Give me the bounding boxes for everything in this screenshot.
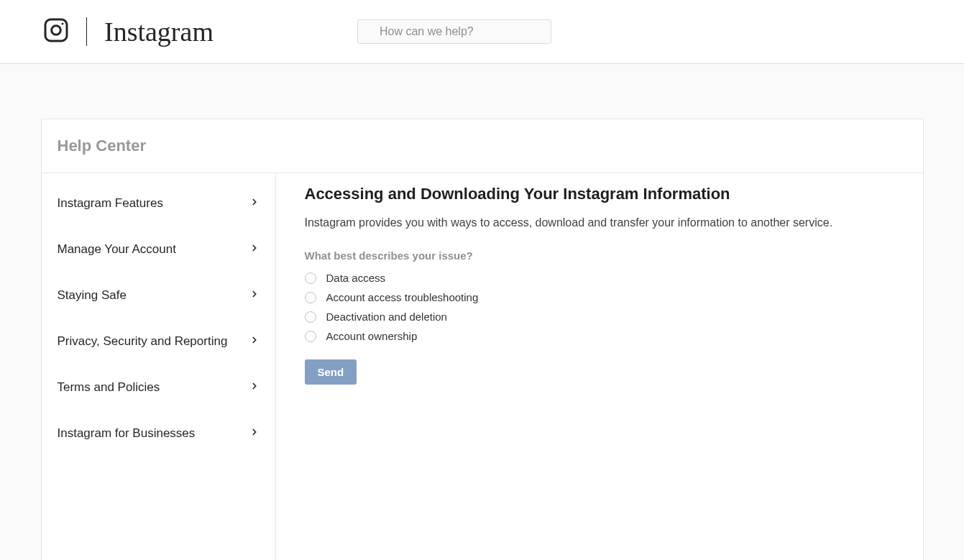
radio-icon [305,292,316,303]
logo-divider [86,17,87,46]
option-data-access[interactable]: Data access [305,272,894,284]
svg-point-2 [62,23,64,25]
issue-question: What best describes your issue? [305,249,894,262]
radio-icon [305,272,316,284]
sidebar-item-manage-account[interactable]: Manage Your Account [42,226,275,272]
sidebar-item-privacy-security[interactable]: Privacy, Security and Reporting [42,318,275,364]
sidebar-item-terms-policies[interactable]: Terms and Policies [42,364,275,410]
radio-icon [305,331,316,342]
chevron-right-icon [249,242,260,257]
option-label: Deactivation and deletion [326,311,447,323]
help-center-title: Help Center [58,137,907,155]
brand-wordmark: Instagram [104,16,214,47]
sidebar-item-label: Terms and Policies [58,380,160,395]
chevron-right-icon [249,288,260,303]
option-account-access-troubleshooting[interactable]: Account access troubleshooting [305,291,894,303]
sidebar: Instagram Features Manage Your Account S… [42,173,276,560]
sidebar-item-label: Instagram for Businesses [58,426,196,441]
help-center-header: Help Center [42,119,923,173]
instagram-glyph-icon [43,17,69,46]
article-title: Accessing and Downloading Your Instagram… [305,185,894,203]
option-deactivation-deletion[interactable]: Deactivation and deletion [305,311,894,323]
search-input[interactable] [357,19,551,44]
logo-group[interactable]: Instagram [43,16,214,47]
svg-point-1 [52,26,61,35]
svg-rect-0 [45,19,67,41]
option-label: Data access [326,272,386,284]
radio-icon [305,311,316,323]
chevron-right-icon [249,196,260,211]
sidebar-item-label: Staying Safe [58,288,127,303]
sidebar-item-staying-safe[interactable]: Staying Safe [42,272,275,318]
sidebar-item-businesses[interactable]: Instagram for Businesses [42,410,275,456]
option-label: Account access troubleshooting [326,291,479,303]
option-label: Account ownership [326,330,418,342]
chevron-right-icon [249,380,260,395]
chevron-right-icon [249,426,260,441]
top-bar: Instagram [0,0,964,64]
article-intro: Instagram provides you with ways to acce… [305,216,894,229]
page-card: Help Center Instagram Features Manage Yo… [41,119,924,560]
sidebar-item-label: Privacy, Security and Reporting [58,334,228,349]
sidebar-item-label: Instagram Features [58,196,163,211]
send-button[interactable]: Send [305,359,357,385]
search-wrap [357,19,551,44]
sidebar-item-label: Manage Your Account [58,242,176,257]
main-content: Accessing and Downloading Your Instagram… [276,173,923,560]
sidebar-item-features[interactable]: Instagram Features [42,180,275,226]
option-account-ownership[interactable]: Account ownership [305,330,894,342]
chevron-right-icon [249,334,260,349]
